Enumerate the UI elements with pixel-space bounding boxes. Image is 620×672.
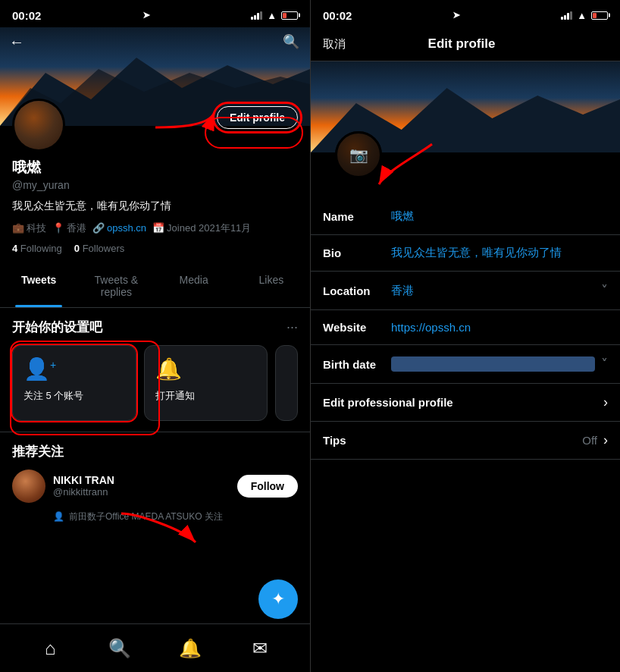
meta-location: 📍 香港 bbox=[52, 221, 86, 235]
tips-value: Off bbox=[391, 434, 597, 447]
birthdate-chevron: ˅ bbox=[601, 356, 608, 372]
battery-fill-right bbox=[593, 13, 597, 18]
search-button[interactable]: 🔍 bbox=[283, 33, 299, 50]
nav-search[interactable]: 🔍 bbox=[103, 632, 136, 665]
partial-card bbox=[275, 345, 298, 421]
location-field[interactable]: Location 香港 ˅ bbox=[311, 272, 620, 310]
bio-field[interactable]: Bio 我见众生皆无意，唯有见你动了情 bbox=[311, 235, 620, 272]
status-icons-left: ▲ bbox=[251, 10, 298, 21]
bar1r bbox=[561, 17, 563, 20]
battery-icon-right bbox=[591, 11, 608, 20]
gps-icon-left: ➤ bbox=[142, 10, 150, 20]
nav-messages[interactable]: ✉ bbox=[243, 632, 277, 665]
birthdate-value bbox=[391, 356, 595, 372]
following-stat[interactable]: 4 Following bbox=[12, 243, 62, 254]
bottom-nav: ⌂ 🔍 🔔 ✉ bbox=[0, 623, 310, 672]
profile-tabs: Tweets Tweets & replies Media Likes bbox=[0, 263, 310, 308]
nav-home[interactable]: ⌂ bbox=[33, 632, 67, 665]
setup-card-notification[interactable]: 🔔 打开通知 bbox=[144, 345, 268, 421]
tab-likes[interactable]: Likes bbox=[233, 263, 310, 307]
wifi-icon-right: ▲ bbox=[577, 10, 587, 21]
edit-fields: Name 哦燃 Bio 我见众生皆无意，唯有见你动了情 Location 香港 … bbox=[311, 199, 620, 672]
professional-field[interactable]: Edit professional profile › bbox=[311, 384, 620, 422]
website-value[interactable]: https://opssh.cn bbox=[391, 321, 608, 334]
status-bar-right: 00:02 ➤ ▲ bbox=[311, 0, 620, 27]
bar1 bbox=[251, 17, 253, 20]
status-bar-left: 00:02 ➤ ▲ bbox=[0, 0, 310, 27]
compose-fab[interactable]: ✦ bbox=[258, 579, 298, 619]
setup-header: 开始你的设置吧 ··· bbox=[12, 319, 298, 336]
avatar-image bbox=[14, 101, 63, 149]
follow-button[interactable]: Follow bbox=[237, 475, 298, 498]
camera-badge[interactable]: 📷 bbox=[335, 131, 382, 178]
display-name: 哦燃 bbox=[12, 158, 298, 177]
time-left: 00:02 bbox=[12, 9, 41, 22]
avatar bbox=[12, 99, 65, 152]
bar3r bbox=[567, 13, 569, 20]
name-field[interactable]: Name 哦燃 bbox=[311, 199, 620, 235]
setup-section: 开始你的设置吧 ··· 👤+ 关注 5 个账号 🔔 打开通知 bbox=[0, 308, 310, 432]
right-avatar-area: 📷 bbox=[323, 152, 620, 187]
setup-title: 开始你的设置吧 bbox=[12, 319, 102, 336]
bell-icon-card: 🔔 bbox=[155, 356, 182, 382]
signal-icon-right bbox=[561, 11, 572, 20]
mutual-text: 前田数子Office MAEDA ATSUKO 关注 bbox=[69, 510, 223, 523]
gps-icon-right: ➤ bbox=[452, 10, 460, 20]
bar2 bbox=[254, 15, 256, 20]
tab-tweets[interactable]: Tweets bbox=[0, 263, 77, 307]
meta-link[interactable]: 🔗 opssh.cn bbox=[92, 221, 146, 235]
person-icon: 👤 bbox=[53, 511, 64, 522]
username: @my_yuran bbox=[12, 179, 298, 191]
setup-card-follow[interactable]: 👤+ 关注 5 个账号 bbox=[12, 345, 136, 421]
wifi-icon: ▲ bbox=[267, 10, 277, 21]
meta-work: 💼 科技 bbox=[12, 221, 46, 235]
more-dots[interactable]: ··· bbox=[287, 319, 298, 335]
location-chevron: ˅ bbox=[601, 282, 608, 299]
location-value[interactable]: 香港 bbox=[391, 284, 595, 298]
edit-profile-title: Edit profile bbox=[428, 36, 496, 52]
bio-label: Bio bbox=[323, 247, 391, 259]
name-label: Name bbox=[323, 210, 391, 223]
location-label: Location bbox=[323, 284, 391, 297]
avatar-area: Edit profile bbox=[12, 99, 298, 152]
bar4 bbox=[260, 11, 262, 20]
bio-value[interactable]: 我见众生皆无意，唯有见你动了情 bbox=[391, 246, 608, 260]
edit-profile-button[interactable]: Edit profile bbox=[217, 106, 298, 129]
rec-name: NIKKI TRAN bbox=[53, 474, 230, 486]
bio: 我见众生皆无意，唯有见你动了情 bbox=[12, 199, 298, 214]
website-field[interactable]: Website https://opssh.cn bbox=[311, 310, 620, 345]
recommended-section: 推荐关注 NIKKI TRAN @nikkittrann Follow 👤 前田… bbox=[0, 432, 310, 531]
back-button[interactable]: ← bbox=[9, 33, 24, 51]
mutual-follow: 👤 前田数子Office MAEDA ATSUKO 关注 bbox=[12, 510, 298, 523]
tips-field[interactable]: Tips Off › bbox=[311, 422, 620, 460]
name-value[interactable]: 哦燃 bbox=[391, 209, 608, 224]
card-notif-label: 打开通知 bbox=[155, 389, 195, 403]
website-label: Website bbox=[323, 321, 391, 334]
setup-cards: 👤+ 关注 5 个账号 🔔 打开通知 bbox=[12, 345, 298, 421]
meta-info: 💼 科技 📍 香港 🔗 opssh.cn 📅 Joined 2021年11月 bbox=[12, 221, 298, 235]
followers-stat[interactable]: 0 Followers bbox=[74, 243, 124, 254]
bar4r bbox=[570, 11, 572, 20]
person-add-icon: 👤+ bbox=[23, 356, 56, 382]
rec-info: NIKKI TRAN @nikkittrann bbox=[53, 474, 230, 498]
tab-tweets-replies[interactable]: Tweets & replies bbox=[77, 263, 155, 307]
tips-arrow: › bbox=[603, 432, 608, 448]
battery-icon bbox=[281, 11, 298, 20]
recommended-user: NIKKI TRAN @nikkittrann Follow bbox=[12, 469, 298, 503]
professional-arrow: › bbox=[603, 394, 608, 410]
birthdate-field[interactable]: Birth date ˅ bbox=[311, 345, 620, 384]
tab-media[interactable]: Media bbox=[155, 263, 233, 307]
right-panel: 00:02 ➤ ▲ 取消 Edit profile bbox=[310, 0, 620, 672]
bar2r bbox=[564, 15, 566, 20]
birthdate-label: Birth date bbox=[323, 358, 391, 371]
recommended-title: 推荐关注 bbox=[12, 443, 298, 460]
compose-icon: ✦ bbox=[271, 589, 285, 609]
tips-label: Tips bbox=[323, 434, 391, 447]
rec-avatar bbox=[12, 469, 45, 503]
profile-header: Edit profile 哦燃 @my_yuran 我见众生皆无意，唯有见你动了… bbox=[0, 126, 310, 263]
nav-notifications[interactable]: 🔔 bbox=[174, 632, 207, 665]
status-icons-right: ▲ bbox=[561, 10, 608, 21]
time-right: 00:02 bbox=[323, 9, 352, 22]
rec-handle: @nikkittrann bbox=[53, 486, 230, 498]
cancel-button[interactable]: 取消 bbox=[323, 37, 346, 52]
